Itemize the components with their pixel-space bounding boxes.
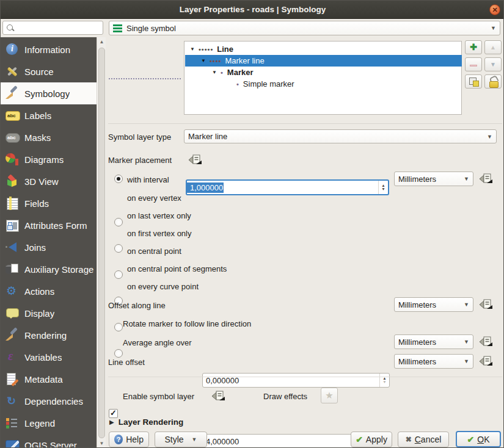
scrollbar-thumb[interactable] <box>98 48 105 438</box>
tree-row-simple-marker[interactable]: • Simple marker <box>185 78 462 90</box>
sidebar-item-fields[interactable]: Fields <box>1 192 97 214</box>
tree-row-marker-line[interactable]: ▼ •••• Marker line <box>185 55 462 67</box>
star-icon: ★ <box>325 390 333 400</box>
interval-spinbox[interactable]: 1,000000 ▲▼ <box>186 179 389 195</box>
offset-along-line-spinbox[interactable]: 0,000000 ▲▼ <box>202 373 390 388</box>
splitter-handle[interactable] <box>109 78 181 79</box>
renderer-value: Single symbol <box>126 24 176 33</box>
sidebar-item-dependencies[interactable]: Dependencies <box>1 390 97 412</box>
source-icon <box>5 65 19 78</box>
radio-on-central-point-of-segments[interactable] <box>114 323 123 331</box>
arrow-down-icon: ▼ <box>490 61 496 68</box>
sidebar-item-symbology[interactable]: Symbology <box>1 82 97 104</box>
spin-down-icon[interactable]: ▼ <box>381 187 385 191</box>
sidebar-item-information[interactable]: Information <box>1 38 97 60</box>
radio-on-first-vertex-only[interactable] <box>114 270 123 279</box>
average-angle-over-unit-combo[interactable]: Millimeters ▼ <box>394 334 473 349</box>
symbol-layer-type-label: Symbol layer type <box>108 132 171 142</box>
sidebar-item-legend[interactable]: Legend <box>1 412 97 434</box>
rotate-marker-label: Rotate marker to follow line direction <box>123 319 251 328</box>
data-defined-override-icon[interactable] <box>188 154 202 165</box>
move-up-button[interactable]: ▲ <box>484 40 502 54</box>
plus-icon: ✚ <box>470 42 477 52</box>
spin-down-icon[interactable]: ▼ <box>382 380 386 384</box>
actions-icon <box>5 284 19 298</box>
simple-marker-icon: • <box>236 81 239 88</box>
marker-placement-label: Marker placement <box>108 156 172 165</box>
sidebar-item-metadata[interactable]: Metadata <box>1 368 97 390</box>
sidebar-item-masks[interactable]: Masks <box>1 126 97 148</box>
radio-on-every-curve-point[interactable] <box>114 349 123 358</box>
apply-button[interactable]: ✔ Apply <box>351 432 392 447</box>
title-bar[interactable]: Layer Properties - roads | Symbology ✕ <box>1 1 504 19</box>
style-button[interactable]: Style ▼ <box>155 432 207 447</box>
sidebar-item-joins[interactable]: Joins <box>1 236 97 258</box>
line-offset-label: Line offset <box>108 358 145 367</box>
on-first-vertex-only-label: on first vertex only <box>127 229 192 238</box>
symbol-tree: ▼ ••••• Line ▼ •••• Marker line ▼ • Mark… <box>184 41 462 115</box>
window-title: Layer Properties - roads | Symbology <box>180 5 326 14</box>
cancel-button[interactable]: ✖ Cancel <box>398 432 449 447</box>
sidebar-scrollbar[interactable]: ▲ ▼ <box>97 37 106 448</box>
expand-arrow-icon[interactable]: ▼ <box>190 46 199 52</box>
expand-arrow-icon[interactable]: ▼ <box>212 70 221 75</box>
on-every-vertex-label: on every vertex <box>127 193 181 203</box>
dependencies-icon <box>5 394 19 408</box>
marker-line-icon: •••• <box>210 57 221 65</box>
remove-symbol-layer-button[interactable] <box>465 57 482 71</box>
offset-along-line-unit-combo[interactable]: Millimeters ▼ <box>394 297 473 312</box>
search-box <box>2 21 103 35</box>
sidebar-item-actions[interactable]: Actions <box>1 280 97 302</box>
on-every-curve-point-label: on every curve point <box>127 282 199 291</box>
data-defined-override-icon[interactable] <box>211 390 225 402</box>
renderer-combo[interactable]: Single symbol ▼ <box>109 21 500 35</box>
help-button[interactable]: ? Help <box>109 432 149 447</box>
sidebar-item-labels[interactable]: Labels <box>1 104 97 126</box>
scroll-up-icon[interactable]: ▲ <box>97 37 106 47</box>
radio-with-interval[interactable] <box>114 175 123 183</box>
data-defined-override-icon[interactable] <box>479 336 493 347</box>
data-defined-override-icon[interactable] <box>479 173 493 184</box>
sidebar-item-qgis-server[interactable]: QGIS Server <box>1 434 97 448</box>
expand-arrow-icon[interactable]: ▼ <box>201 58 210 63</box>
sidebar-item-auxiliary-storage[interactable]: Auxiliary Storage <box>1 258 97 280</box>
duplicate-symbol-layer-button[interactable] <box>465 74 482 89</box>
line-symbol-icon: ••••• <box>199 46 213 53</box>
symbology-icon <box>5 87 19 100</box>
interval-unit-combo[interactable]: Millimeters ▼ <box>394 172 473 186</box>
ok-button[interactable]: ✔ OK <box>456 431 501 447</box>
tree-row-marker[interactable]: ▼ • Marker <box>185 67 462 78</box>
sidebar-item-source[interactable]: Source <box>1 60 97 82</box>
fields-icon <box>5 197 19 210</box>
scroll-down-icon[interactable]: ▼ <box>97 439 106 448</box>
add-symbol-layer-button[interactable]: ✚ <box>465 40 482 54</box>
x-icon: ✖ <box>406 435 412 444</box>
sidebar-item-variables[interactable]: Variables <box>1 346 97 368</box>
joins-icon <box>5 240 19 254</box>
single-symbol-icon <box>113 24 122 32</box>
move-down-button[interactable]: ▼ <box>484 57 502 71</box>
tree-row-line[interactable]: ▼ ••••• Line <box>185 43 462 55</box>
legend-icon <box>5 416 19 430</box>
sidebar-item-diagrams[interactable]: Diagrams <box>1 148 97 170</box>
divider <box>108 377 502 377</box>
lock-colors-button[interactable] <box>484 74 502 89</box>
radio-on-last-vertex-only[interactable] <box>114 244 123 253</box>
sidebar-item-3d-view[interactable]: 3D View <box>1 170 97 192</box>
search-input[interactable] <box>15 22 100 34</box>
line-offset-unit-combo[interactable]: Millimeters ▼ <box>394 354 473 369</box>
radio-on-every-vertex[interactable] <box>114 218 123 226</box>
layer-rendering-section[interactable]: ▶ Layer Rendering <box>109 417 183 427</box>
data-defined-override-icon[interactable] <box>479 355 493 367</box>
metadata-icon <box>5 372 19 386</box>
data-defined-override-icon[interactable] <box>479 298 493 310</box>
average-angle-over-label: Average angle over <box>123 338 192 347</box>
effects-properties-button[interactable]: ★ <box>321 388 338 403</box>
sidebar-item-attributes-form[interactable]: Attributes Form <box>1 214 97 236</box>
labels-icon <box>5 109 19 122</box>
sidebar-item-rendering[interactable]: Rendering <box>1 324 97 346</box>
sidebar-item-display[interactable]: Display <box>1 302 97 324</box>
close-icon[interactable]: ✕ <box>489 4 500 15</box>
rotate-marker-checkbox[interactable] <box>109 409 118 418</box>
symbol-layer-type-combo[interactable]: Marker line ▼ <box>184 129 497 143</box>
